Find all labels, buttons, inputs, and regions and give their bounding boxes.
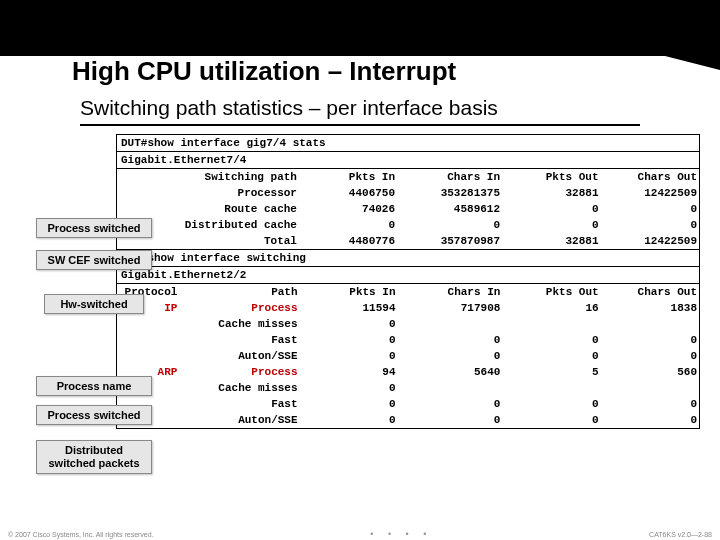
footer-dots: • • • •	[370, 529, 432, 539]
hdr-chars-out: Chars Out	[601, 284, 699, 300]
slide-title: High CPU utilization – Interrupt	[72, 56, 456, 87]
stats-table-1: Switching path Pkts In Chars In Pkts Out…	[117, 169, 699, 249]
table-row: Auton/SSE 0 0 0 0	[117, 412, 699, 428]
footer: © 2007 Cisco Systems, Inc. All rights re…	[0, 528, 720, 540]
table-row: Fast 0 0 0 0	[117, 396, 699, 412]
callout-swcef-switched: SW CEF switched	[36, 250, 152, 270]
hdr-pkts-in: Pkts In	[303, 169, 397, 185]
footer-slide-id: CAT6KS v2.0—2-88	[649, 531, 712, 538]
table-row: Cache misses 0	[117, 316, 699, 332]
table-row: ARP Process 94 5640 5 560	[117, 364, 699, 380]
command-2: DUT#show interface switching	[117, 249, 699, 267]
hdr-chars-out: Chars Out	[601, 169, 699, 185]
table-row: IP Process 11594 717908 16 1838	[117, 300, 699, 316]
hdr-pkts-in: Pkts In	[304, 284, 398, 300]
callout-process-switched: Process switched	[36, 218, 152, 238]
table-row: Fast 0 0 0 0	[117, 332, 699, 348]
slide-subtitle: Switching path statistics – per interfac…	[80, 96, 498, 120]
table-row: Auton/SSE 0 0 0 0	[117, 348, 699, 364]
table-row: Route cache 74026 4589612 0 0	[117, 201, 699, 217]
hdr-switching-path: Switching path	[117, 169, 303, 185]
callout-process-name: Process name	[36, 376, 152, 396]
subtitle-underline	[80, 124, 640, 126]
callout-hw-switched: Hw-switched	[44, 294, 144, 314]
hdr-pkts-out: Pkts Out	[502, 169, 600, 185]
hdr-pkts-out: Pkts Out	[502, 284, 600, 300]
table-row: Distributed cache 0 0 0 0	[117, 217, 699, 233]
callout-process-switched-2: Process switched	[36, 405, 152, 425]
footer-copyright: © 2007 Cisco Systems, Inc. All rights re…	[8, 531, 154, 538]
interface-1: Gigabit.Ethernet7/4	[117, 152, 699, 169]
hdr-chars-in: Chars In	[397, 169, 502, 185]
callout-distributed: Distributed switched packets	[36, 440, 152, 474]
corner-wedge	[610, 42, 720, 70]
hdr-chars-in: Chars In	[398, 284, 503, 300]
table-row: Processor 4406750 353281375 32881 124225…	[117, 185, 699, 201]
stats-table-2: Protocol Path Pkts In Chars In Pkts Out …	[117, 284, 699, 428]
hdr-path: Path	[183, 284, 303, 300]
command-1: DUT#show interface gig7/4 stats	[117, 135, 699, 152]
interface-2: Gigabit.Ethernet2/2	[117, 267, 699, 284]
table-row: Cache misses 0	[117, 380, 699, 396]
table-row: Total 4480776 357870987 32881 12422509	[117, 233, 699, 249]
terminal-output: DUT#show interface gig7/4 stats Gigabit.…	[116, 134, 700, 429]
